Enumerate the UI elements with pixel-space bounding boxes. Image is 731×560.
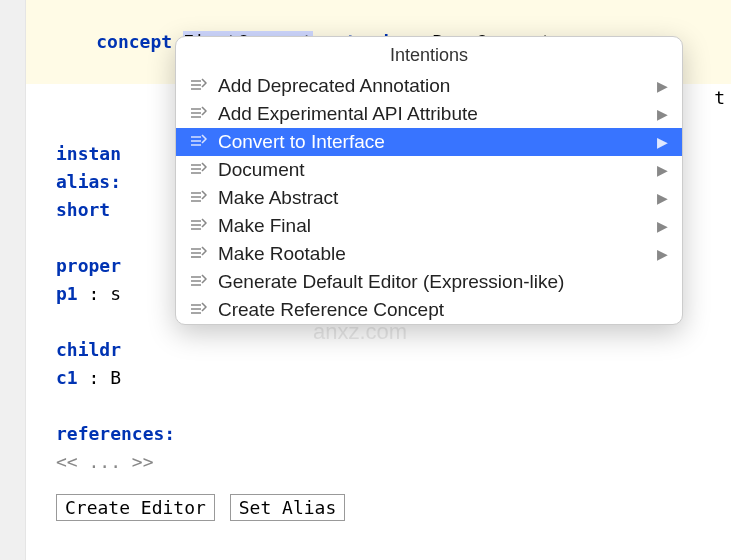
intention-icon [188, 300, 208, 320]
c1-line[interactable]: c1 : B [42, 364, 731, 392]
intention-item-2[interactable]: Convert to Interface ▶ [176, 128, 682, 156]
set-alias-button[interactable]: Set Alias [230, 494, 346, 521]
submenu-arrow-icon: ▶ [657, 162, 668, 178]
submenu-arrow-icon: ▶ [657, 190, 668, 206]
intention-label: Make Final [218, 215, 657, 237]
intention-label: Create Reference Concept [218, 299, 668, 321]
intention-icon [188, 104, 208, 124]
intention-item-7[interactable]: Generate Default Editor (Expression-like… [176, 268, 682, 296]
keyword-concept: concept [96, 31, 172, 52]
intention-icon [188, 132, 208, 152]
editor-buttons-row: Create Editor Set Alias [42, 494, 731, 521]
intention-label: Generate Default Editor (Expression-like… [218, 271, 668, 293]
intention-item-8[interactable]: Create Reference Concept [176, 296, 682, 324]
intention-item-5[interactable]: Make Final ▶ [176, 212, 682, 240]
intention-item-0[interactable]: Add Deprecated Annotation ▶ [176, 72, 682, 100]
popup-title: Intentions [176, 37, 682, 72]
intention-item-6[interactable]: Make Rootable ▶ [176, 240, 682, 268]
intention-label: Convert to Interface [218, 131, 657, 153]
chevron-placeholder[interactable]: << ... >> [42, 448, 731, 476]
submenu-arrow-icon: ▶ [657, 106, 668, 122]
intention-label: Add Deprecated Annotation [218, 75, 657, 97]
intention-icon [188, 188, 208, 208]
intention-icon [188, 160, 208, 180]
intention-icon [188, 244, 208, 264]
submenu-arrow-icon: ▶ [657, 218, 668, 234]
intention-label: Document [218, 159, 657, 181]
intention-label: Make Rootable [218, 243, 657, 265]
intention-icon [188, 76, 208, 96]
intention-item-3[interactable]: Document ▶ [176, 156, 682, 184]
editor-gutter [0, 0, 26, 560]
intention-item-1[interactable]: Add Experimental API Attribute ▶ [176, 100, 682, 128]
submenu-arrow-icon: ▶ [657, 78, 668, 94]
submenu-arrow-icon: ▶ [657, 134, 668, 150]
intentions-popup[interactable]: Intentions Add Deprecated Annotation ▶ A… [175, 36, 683, 325]
create-editor-button[interactable]: Create Editor [56, 494, 215, 521]
intention-label: Add Experimental API Attribute [218, 103, 657, 125]
intention-icon [188, 216, 208, 236]
children-line[interactable]: childr [42, 336, 731, 364]
references-line[interactable]: references: [42, 420, 731, 448]
intention-item-4[interactable]: Make Abstract ▶ [176, 184, 682, 212]
submenu-arrow-icon: ▶ [657, 246, 668, 262]
intention-icon [188, 272, 208, 292]
intention-label: Make Abstract [218, 187, 657, 209]
